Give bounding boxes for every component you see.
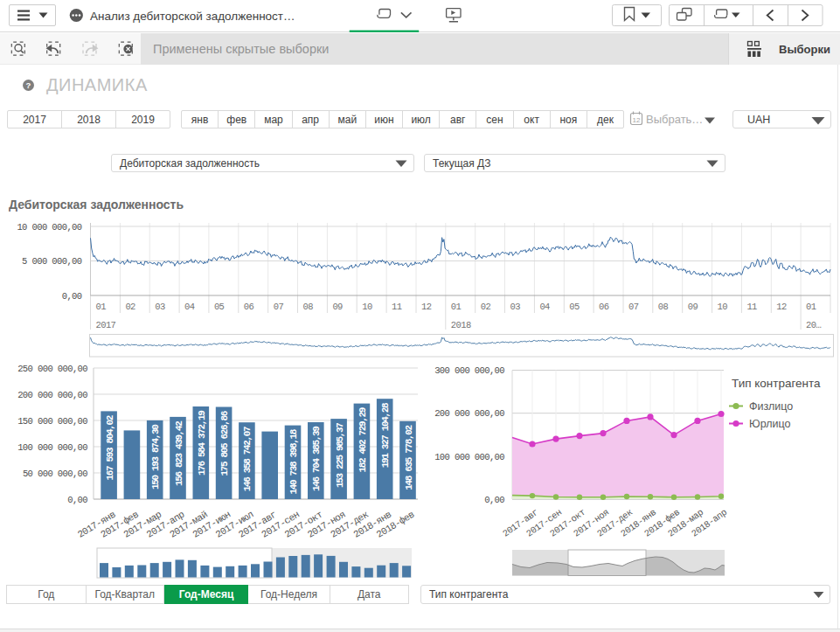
svg-text:Тип контрагента: Тип контрагента (732, 377, 821, 390)
svg-text:0,00: 0,00 (484, 495, 504, 505)
svg-text:200 000 000,00: 200 000 000,00 (434, 408, 504, 419)
svg-text:100 000 000,00: 100 000 000,00 (434, 452, 504, 462)
svg-text:Физлицо: Физлицо (749, 400, 793, 413)
svg-text:300 000 000,00: 300 000 000,00 (434, 365, 504, 376)
svg-text:Юрлицо: Юрлицо (749, 418, 790, 430)
